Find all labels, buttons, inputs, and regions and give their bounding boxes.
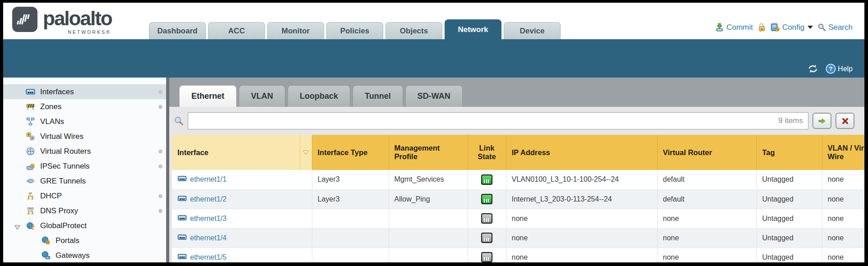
cell-ip-address: Internet_L3_203-0-113-254--24 [506, 189, 657, 209]
vlans-icon [26, 117, 35, 126]
link-state-down-icon [481, 233, 492, 243]
commit-button[interactable]: Commit [715, 23, 753, 32]
config-icon [771, 23, 780, 32]
network-sidebar: Interfaces Zones VLANs Vir [3, 78, 166, 262]
paloalto-logo-icon [12, 7, 37, 32]
ethernet-interface-icon [177, 175, 187, 183]
svg-text:IP: IP [29, 192, 32, 196]
subtab-sdwan[interactable]: SD-WAN [405, 85, 463, 107]
column-header-ip-address[interactable]: IP Address [506, 135, 657, 170]
secondary-toolbar: ? Help [3, 39, 864, 78]
sidebar-item-virtual-wires[interactable]: Virtual Wires [3, 129, 166, 144]
cell-interface-type: Layer3 [312, 189, 389, 209]
cell-tag: Untagged [757, 248, 822, 262]
config-menu-button[interactable]: Config [771, 23, 813, 32]
sidebar-item-portals[interactable]: Portals [3, 233, 166, 248]
link-state-down-icon [481, 213, 492, 224]
column-menu-button[interactable] [300, 135, 312, 170]
column-header-vlan-virtual-wire[interactable]: VLAN / Virtual Wire [822, 135, 864, 170]
interfaces-table: Interface Interface Type Management Prof… [172, 135, 864, 262]
main-nav-tabs: Dashboard ACC Monitor Policies Objects N… [149, 19, 563, 39]
ethernet-panel: 9 items [169, 107, 864, 262]
sidebar-item-label: IPSec Tunnels [40, 162, 90, 171]
cell-virtual-router: none [657, 228, 757, 248]
zones-icon [26, 102, 35, 111]
cell-ip-address: none [506, 209, 657, 228]
search-button[interactable]: Search [817, 23, 853, 32]
sidebar-item-vlans[interactable]: VLANs [3, 114, 166, 129]
lock-button[interactable] [757, 23, 766, 32]
sidebar-item-label: Interfaces [40, 87, 74, 96]
cell-management-profile [389, 248, 468, 262]
column-header-interface[interactable]: Interface [172, 135, 312, 170]
logo-subtext: NETWORKS® [68, 29, 111, 35]
tab-dashboard[interactable]: Dashboard [149, 22, 206, 39]
subtab-ethernet[interactable]: Ethernet [179, 85, 237, 107]
sidebar-item-dns-proxy[interactable]: DNS DNS Proxy [3, 203, 166, 218]
expand-dot [158, 209, 162, 213]
refresh-button[interactable] [808, 64, 818, 73]
virtual-wires-icon [26, 132, 35, 141]
filter-bar: 9 items [169, 107, 864, 135]
subtab-vlan[interactable]: VLAN [239, 85, 285, 107]
cell-management-profile: Mgmt_Services [389, 170, 468, 189]
browser-viewport: paloalto NETWORKS® Dashboard ACC Monitor… [3, 3, 864, 262]
sidebar-item-virtual-routers[interactable]: Virtual Routers [3, 144, 166, 159]
cell-tag: Untagged [757, 170, 822, 189]
tab-network[interactable]: Network [445, 19, 501, 39]
sidebar-item-gre-tunnels[interactable]: GRE Tunnels [3, 174, 166, 188]
link-state-up-icon [481, 174, 492, 185]
filter-input[interactable] [188, 112, 808, 129]
sidebar-splitter[interactable] [166, 78, 169, 262]
sidebar-item-interfaces[interactable]: Interfaces [3, 84, 166, 99]
waveform-icon [16, 12, 34, 27]
tab-objects[interactable]: Objects [385, 22, 442, 39]
commit-label: Commit [726, 23, 753, 32]
link-state-up-icon [481, 194, 492, 204]
collapse-caret-icon[interactable] [14, 223, 20, 232]
sidebar-item-label: GlobalProtect [40, 221, 87, 230]
column-header-management-profile[interactable]: Management Profile [389, 135, 468, 170]
link-state-down-icon [481, 252, 492, 262]
clear-filter-button[interactable] [836, 113, 854, 129]
content-area: Interfaces Zones VLANs Vir [3, 78, 864, 262]
cell-tag: Untagged [757, 228, 822, 248]
subtab-loopback[interactable]: Loopback [288, 85, 350, 107]
portals-icon [41, 236, 51, 245]
interface-link[interactable]: ethernet1/5 [190, 253, 227, 261]
column-header-tag[interactable]: Tag [757, 135, 822, 170]
cell-virtual-router: default [657, 189, 757, 209]
tab-acc[interactable]: ACC [208, 22, 265, 39]
interfaces-table-wrap: Interface Interface Type Management Prof… [172, 135, 864, 262]
interface-link[interactable]: ethernet1/1 [190, 175, 227, 183]
help-button[interactable]: ? Help [826, 64, 853, 74]
expand-dot [158, 105, 162, 109]
sidebar-item-dhcp[interactable]: IP DHCP [3, 188, 166, 203]
search-icon [817, 23, 826, 32]
column-header-virtual-router[interactable]: Virtual Router [657, 135, 757, 170]
sidebar-item-ipsec-tunnels[interactable]: IPSec Tunnels [3, 159, 166, 174]
apply-filter-button[interactable] [812, 113, 831, 129]
cell-management-profile [389, 228, 468, 248]
table-row: ethernet1/5 none none Untagged none [172, 248, 864, 262]
top-header-bar: paloalto NETWORKS® Dashboard ACC Monitor… [3, 3, 864, 39]
interface-link[interactable]: ethernet1/3 [190, 215, 227, 223]
subtab-tunnel[interactable]: Tunnel [353, 85, 403, 107]
interfaces-icon [26, 87, 35, 96]
sidebar-item-globalprotect[interactable]: GlobalProtect [3, 218, 166, 233]
refresh-icon [808, 64, 818, 73]
table-row: ethernet1/2 Layer3 Allow_Ping Internet_L… [172, 189, 864, 209]
interface-link[interactable]: ethernet1/4 [190, 234, 227, 242]
interface-link[interactable]: ethernet1/2 [190, 195, 227, 203]
filter-input-wrap: 9 items [188, 112, 808, 129]
cell-vlan: none [822, 228, 864, 248]
tab-policies[interactable]: Policies [326, 22, 383, 39]
column-header-interface-type[interactable]: Interface Type [312, 135, 389, 170]
column-header-link-state[interactable]: Link State [468, 135, 506, 170]
tab-monitor[interactable]: Monitor [267, 22, 324, 39]
ethernet-interface-icon [177, 253, 187, 261]
tab-device[interactable]: Device [504, 22, 561, 39]
sidebar-item-zones[interactable]: Zones [3, 99, 166, 114]
sidebar-item-gateways[interactable]: Gateways [3, 248, 166, 262]
sidebar-item-label: Gateways [56, 251, 90, 260]
